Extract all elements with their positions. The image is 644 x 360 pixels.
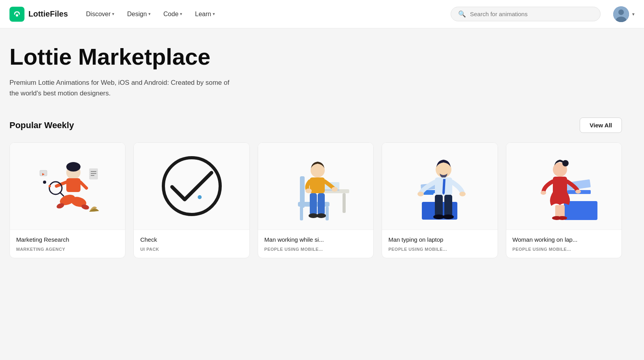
avatar (613, 6, 629, 22)
card-name-man-sitting: Man working while si... (264, 236, 367, 243)
svg-point-48 (459, 192, 466, 196)
card-info-check: Check UI PACK (134, 229, 249, 258)
learn-chevron-icon: ▾ (213, 11, 215, 17)
svg-point-4 (66, 162, 80, 172)
popular-weekly-title: Popular Weekly (9, 120, 74, 131)
svg-rect-26 (300, 207, 303, 220)
card-info-woman-laptop: Woman working on lap... PEOPLE USING MOB… (506, 229, 622, 258)
svg-point-34 (305, 188, 312, 193)
card-info-man-sitting: Man working while si... PEOPLE USING MOB… (258, 229, 373, 258)
code-chevron-icon: ▾ (180, 11, 182, 17)
card-image-man-typing (382, 143, 497, 229)
card-name-check: Check (140, 236, 243, 243)
card-image-check (134, 143, 249, 229)
card-check[interactable]: Check UI PACK (133, 142, 249, 258)
svg-point-57 (562, 160, 569, 166)
svg-point-59 (541, 191, 546, 195)
search-icon: 🔍 (458, 10, 466, 18)
nav-design[interactable]: Design ▾ (122, 7, 156, 21)
card-name-woman-laptop: Woman working on lap... (513, 236, 615, 243)
svg-point-51 (433, 215, 444, 219)
svg-point-16 (43, 181, 46, 184)
svg-line-13 (60, 192, 64, 196)
logo[interactable]: LottieFiles (9, 7, 68, 22)
search-bar[interactable]: 🔍 (451, 7, 601, 21)
main-content: Lottie Marketplace Premium Lottie Animat… (0, 28, 631, 274)
hero-subtitle: Premium Lottie Animations for Web, iOS a… (9, 77, 238, 99)
svg-rect-27 (326, 207, 329, 220)
card-woman-laptop[interactable]: Woman working on lap... PEOPLE USING MOB… (506, 142, 622, 258)
card-info-marketing: Marketing Research MARKETING AGENCY (10, 229, 125, 258)
card-info-man-typing: Man typing on laptop PEOPLE USING MOBILE… (382, 229, 497, 258)
card-image-man-sitting (258, 143, 373, 229)
nav-code[interactable]: Code ▾ (158, 7, 188, 21)
nav-learn[interactable]: Learn ▾ (189, 7, 221, 21)
card-category-man-sitting: PEOPLE USING MOBILE... (264, 247, 367, 252)
svg-point-39 (316, 213, 326, 218)
nav-discover[interactable]: Discover ▾ (80, 7, 120, 21)
card-category-marketing: MARKETING AGENCY (16, 247, 119, 252)
svg-rect-33 (310, 177, 325, 193)
search-input[interactable] (470, 11, 593, 17)
logo-icon (9, 7, 24, 22)
svg-rect-36 (310, 193, 317, 215)
card-man-sitting[interactable]: Man working while si... PEOPLE USING MOB… (258, 142, 374, 258)
svg-rect-14 (40, 170, 47, 176)
svg-point-1 (618, 9, 624, 15)
svg-point-23 (198, 195, 202, 199)
popular-section-header: Popular Weekly View All (9, 118, 622, 133)
cards-grid: Marketing Research MARKETING AGENCY Chec… (9, 142, 622, 258)
svg-point-60 (575, 190, 581, 194)
card-image-marketing (10, 143, 125, 229)
svg-rect-49 (435, 195, 443, 216)
view-all-button[interactable]: View All (580, 118, 622, 133)
card-name-marketing: Marketing Research (16, 236, 119, 243)
svg-rect-29 (343, 193, 346, 213)
svg-point-47 (417, 192, 424, 196)
card-image-woman-laptop (506, 143, 622, 229)
svg-rect-37 (318, 193, 325, 215)
discover-chevron-icon: ▾ (112, 11, 114, 17)
card-name-man-typing: Man typing on laptop (388, 236, 491, 243)
svg-rect-5 (66, 178, 80, 192)
page-title: Lottie Marketplace (9, 44, 622, 69)
card-category-woman-laptop: PEOPLE USING MOBILE... (513, 247, 615, 252)
header: LottieFiles Discover ▾ Design ▾ Code ▾ L… (0, 0, 644, 28)
svg-line-7 (80, 182, 86, 188)
card-category-check: UI PACK (140, 247, 243, 252)
svg-point-17 (49, 185, 51, 187)
card-category-man-typing: PEOPLE USING MOBILE... (388, 247, 491, 252)
avatar-chevron-icon: ▾ (632, 11, 635, 17)
svg-point-35 (331, 187, 338, 192)
card-man-typing[interactable]: Man typing on laptop PEOPLE USING MOBILE… (382, 142, 498, 258)
card-marketing-research[interactable]: Marketing Research MARKETING AGENCY (9, 142, 125, 258)
svg-rect-50 (444, 195, 452, 216)
user-menu[interactable]: ▾ (613, 6, 635, 22)
svg-rect-62 (558, 205, 565, 218)
main-nav: Discover ▾ Design ▾ Code ▾ Learn ▾ (80, 7, 438, 21)
design-chevron-icon: ▾ (148, 11, 151, 17)
svg-point-52 (443, 215, 454, 219)
logo-text: LottieFiles (28, 9, 68, 19)
svg-point-64 (558, 216, 567, 220)
